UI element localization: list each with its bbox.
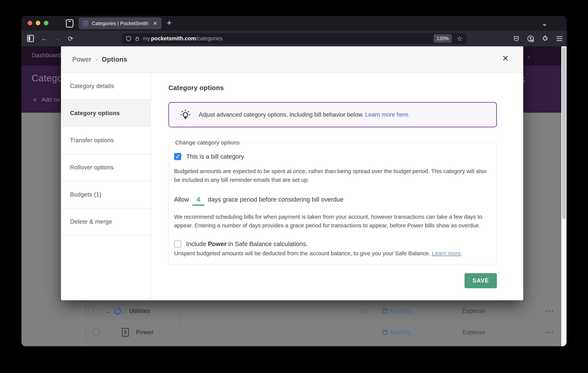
- section-heading: Category options: [168, 84, 497, 92]
- collapse-chevron-icon[interactable]: ⌄: [104, 308, 111, 314]
- safe-balance-description: Unspent budgeted amounts will be deducte…: [174, 250, 491, 257]
- info-callout: Adjust advanced category options, includ…: [168, 102, 497, 127]
- budget-frequency: Monthly: [390, 329, 411, 336]
- category-type: Expense: [462, 329, 485, 336]
- maximize-window-button[interactable]: [44, 21, 48, 25]
- grace-suffix: days grace period before considering bil…: [208, 196, 344, 203]
- sidebar-item-rollover-options[interactable]: Rollover options: [61, 154, 151, 181]
- table-row[interactable]: $ Power Monthly Expense •••: [82, 322, 502, 343]
- menu-icon[interactable]: [556, 36, 563, 42]
- change-options-fieldset: Change category options ✓ This is a bill…: [168, 139, 497, 264]
- learn-more-here-link[interactable]: Learn more here.: [365, 111, 410, 118]
- save-button[interactable]: SAVE: [464, 273, 497, 288]
- modal-header: Power › Options ✕: [61, 46, 523, 73]
- sidebar-item-transfer-options[interactable]: Transfer options: [61, 127, 151, 154]
- page-content: Dashboard ⌄ ⌄ Catego +Add ne: [21, 46, 567, 346]
- window-controls: [28, 21, 48, 25]
- modal-main: Category options Adjust advanced categor…: [151, 73, 523, 300]
- account-icon[interactable]: [527, 35, 534, 42]
- toolbar-right-icons: [513, 31, 563, 46]
- calendar-icon: [381, 329, 388, 336]
- url-bar[interactable]: my.pocketsmith.com/categories 120% ☆: [122, 33, 466, 44]
- pocket-icon[interactable]: [513, 35, 519, 42]
- sidebar-item-category-options[interactable]: Category options: [61, 100, 151, 127]
- sidebar-item-category-details[interactable]: Category details: [61, 73, 151, 100]
- breadcrumb-parent[interactable]: Power: [72, 55, 91, 63]
- reload-icon[interactable]: ⟳: [64, 35, 77, 42]
- row-checkbox[interactable]: [93, 308, 100, 314]
- bill-category-row: ✓ This is a bill category: [174, 153, 491, 160]
- zoom-level-badge[interactable]: 120%: [434, 34, 452, 43]
- table-row[interactable]: ⌄ Utilities 14 Monthly Expense •••: [82, 301, 502, 322]
- category-name[interactable]: Power: [136, 329, 154, 336]
- category-options-modal: Power › Options ✕ Category details Categ…: [61, 46, 523, 300]
- sidebar-toggle-icon[interactable]: [27, 35, 34, 42]
- grace-period-row: Allow 4 days grace period before conside…: [174, 196, 491, 206]
- safe-balance-label[interactable]: Include Power in Safe Balance calculatio…: [186, 240, 308, 248]
- tab-close-icon[interactable]: ✕: [150, 20, 157, 27]
- row-checkbox[interactable]: [93, 329, 100, 336]
- page-scrollbar[interactable]: [561, 46, 567, 346]
- sidebar-item-delete-merge[interactable]: Delete & merge: [61, 208, 151, 235]
- modal-sidebar: Category details Category options Transf…: [61, 73, 151, 300]
- learn-more-link[interactable]: Learn more: [432, 250, 461, 256]
- drag-handle-icon[interactable]: [84, 307, 89, 315]
- add-new-category-button[interactable]: +Add ne: [33, 96, 60, 104]
- breadcrumb-chevron-icon: ›: [95, 56, 97, 63]
- new-tab-button[interactable]: +: [167, 18, 172, 28]
- safe-balance-checkbox[interactable]: [174, 240, 181, 248]
- browser-tab-active[interactable]: Categories | PocketSmith ✕: [79, 18, 161, 29]
- minimize-window-button[interactable]: [36, 21, 40, 25]
- pocketsmith-favicon-icon: [83, 21, 88, 26]
- bookmark-star-icon[interactable]: ☆: [457, 35, 463, 43]
- grace-description: We recommend scheduling bills for when p…: [174, 212, 491, 230]
- extensions-icon[interactable]: [542, 35, 548, 42]
- category-name[interactable]: Utilities: [129, 308, 150, 314]
- drag-handle-icon[interactable]: [84, 328, 89, 336]
- forward-icon[interactable]: →: [51, 35, 64, 42]
- tab-strip: Categories | PocketSmith ✕ + ⌄: [21, 16, 567, 31]
- tracking-shield-icon[interactable]: [126, 35, 131, 42]
- nav-item-dashboard[interactable]: Dashboard: [32, 52, 61, 59]
- info-text: Adjust advanced category options, includ…: [199, 111, 410, 118]
- tab-title: Categories | PocketSmith: [92, 21, 150, 26]
- bill-category-label[interactable]: This is a bill category: [186, 153, 244, 160]
- categories-page-title: Catego: [32, 73, 63, 84]
- recurring-icon: [114, 307, 122, 315]
- fieldset-legend: Change category options: [173, 139, 242, 146]
- row-menu-icon[interactable]: •••: [545, 307, 554, 315]
- user-chevron-down-icon[interactable]: ⌄: [526, 53, 531, 59]
- bill-description: Budgeted amounts are expected to be spen…: [174, 167, 491, 184]
- calendar-icon: [381, 307, 388, 315]
- url-text: my.pocketsmith.com/categories: [143, 35, 223, 42]
- grace-prefix: Allow: [174, 196, 189, 203]
- close-window-button[interactable]: [28, 21, 32, 25]
- row-menu-icon[interactable]: •••: [545, 329, 554, 336]
- breadcrumb-current: Options: [102, 55, 127, 63]
- transaction-count: 14: [361, 308, 367, 314]
- close-icon[interactable]: ✕: [502, 54, 509, 63]
- back-icon[interactable]: ←: [38, 35, 51, 42]
- safe-balance-row: Include Power in Safe Balance calculatio…: [174, 240, 491, 248]
- grace-days-input[interactable]: 4: [192, 196, 204, 206]
- bill-icon: $: [122, 328, 129, 337]
- sidebar-item-budgets[interactable]: Budgets (1): [61, 181, 151, 208]
- lightbulb-icon: [179, 108, 191, 121]
- lock-icon[interactable]: [135, 35, 140, 42]
- firefox-view-icon[interactable]: [66, 19, 74, 28]
- bill-category-checkbox[interactable]: ✓: [174, 153, 181, 160]
- budget-frequency: Monthly: [390, 308, 411, 314]
- browser-window: Categories | PocketSmith ✕ + ⌄ ← → ⟳ my.…: [21, 16, 567, 346]
- browser-toolbar: ← → ⟳ my.pocketsmith.com/categories 120%…: [21, 31, 567, 46]
- categories-table: ⌄ Utilities 14 Monthly Expense ••• $: [82, 300, 502, 346]
- category-type: Expense: [462, 308, 485, 314]
- check-icon: ✓: [175, 153, 180, 160]
- scrollbar-thumb[interactable]: [562, 47, 566, 219]
- list-all-tabs-icon[interactable]: ⌄: [541, 19, 548, 28]
